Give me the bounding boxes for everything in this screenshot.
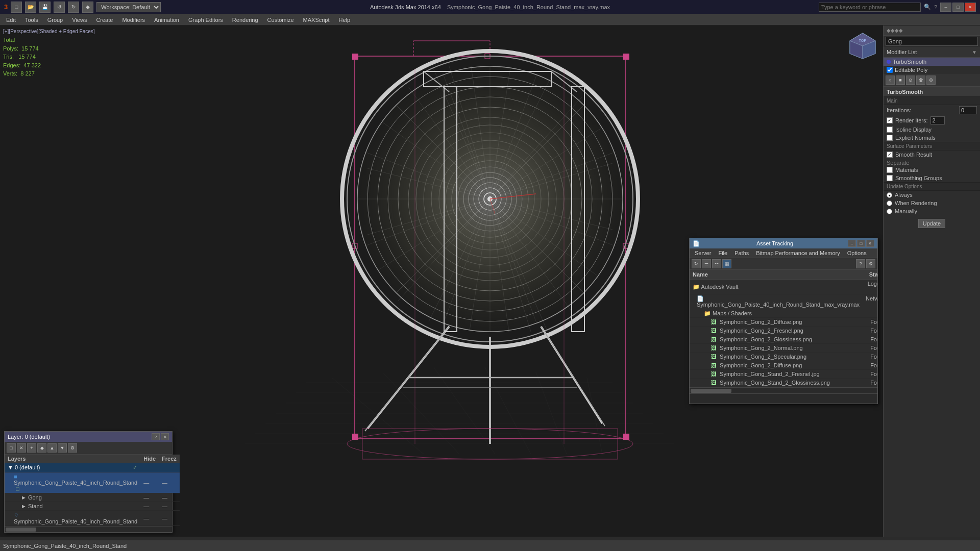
ld-btn-select[interactable]: ◆ bbox=[37, 443, 46, 453]
at-maximize[interactable]: □ bbox=[857, 240, 865, 247]
at-btn-help[interactable]: ? bbox=[856, 259, 865, 268]
menu-tools[interactable]: Tools bbox=[21, 16, 42, 24]
ld-btn-move-up[interactable]: ▲ bbox=[47, 443, 57, 453]
viewport-label: [+][Perspective][Shaded + Edged Faces] bbox=[3, 29, 95, 34]
at-row-stand-glossiness[interactable]: 🖼 Symphonic_Gong_Stand_2_Glossiness.png … bbox=[690, 379, 877, 387]
layer-scrollbar[interactable] bbox=[5, 526, 172, 532]
render-preview-button[interactable]: ◆ bbox=[82, 2, 93, 13]
at-btn-settings[interactable]: ⚙ bbox=[866, 259, 875, 268]
at-row-glossiness[interactable]: 🖼 Symphonic_Gong_2_Glossiness.png Found bbox=[690, 335, 877, 344]
help-icon[interactable]: ? bbox=[934, 4, 937, 10]
smooth-result-check[interactable] bbox=[887, 152, 893, 158]
new-button[interactable]: □ bbox=[11, 2, 22, 13]
render-iters-check[interactable] bbox=[887, 117, 893, 123]
at-btn-list[interactable]: ☰ bbox=[702, 259, 711, 268]
layer-row-symphonic-stand[interactable]: ■ Symphonic_Gong_Paiste_40_inch_Round_St… bbox=[5, 472, 180, 493]
at-btn-details[interactable]: ☷ bbox=[712, 259, 721, 268]
at-menu-paths[interactable]: Paths bbox=[731, 249, 752, 257]
ld-btn-move-down[interactable]: ▼ bbox=[58, 443, 67, 453]
nav-cube[interactable]: TOP bbox=[847, 31, 878, 61]
layers-table: Layers Hide Freez ▼ 0 (default) ✓ ■ Symp… bbox=[5, 455, 180, 526]
at-menu-bitmap-perf[interactable]: Bitmap Performance and Memory bbox=[753, 249, 843, 257]
configure-btn[interactable]: ⚙ bbox=[926, 76, 936, 85]
show-end-result-btn[interactable]: ■ bbox=[896, 76, 905, 85]
smoothing-groups-check[interactable] bbox=[887, 175, 893, 181]
layer-dialog-close[interactable]: ✕ bbox=[161, 433, 169, 440]
manually-radio[interactable] bbox=[887, 209, 892, 214]
modifier-check-editablepoly[interactable] bbox=[887, 67, 893, 73]
right-panel: ◆◆◆◆ Modifier List ▼ TurboSmooth Editabl… bbox=[883, 26, 980, 537]
ld-btn-new[interactable]: □ bbox=[7, 443, 16, 453]
at-row-diffuse[interactable]: 🖼 Symphonic_Gong_2_Diffuse.png Found bbox=[690, 318, 877, 327]
update-button[interactable]: Update bbox=[918, 219, 945, 228]
isoline-check[interactable] bbox=[887, 127, 893, 133]
at-row-specular[interactable]: 🖼 Symphonic_Gong_2_Specular.png Found bbox=[690, 353, 877, 361]
at-table-container[interactable]: Name Status 📁 Autodesk Vault Logged O... bbox=[690, 270, 877, 387]
at-close[interactable]: ✕ bbox=[866, 240, 874, 247]
layers-col-freeze: Freez bbox=[159, 455, 180, 463]
at-horizontal-scrollbar[interactable] bbox=[690, 387, 877, 393]
at-btn-icons[interactable]: ▦ bbox=[722, 259, 731, 268]
at-row-diffuse2[interactable]: 🖼 Symphonic_Gong_2_Diffuse.png Found bbox=[690, 361, 877, 370]
modifier-list-dropdown[interactable]: ▼ bbox=[972, 49, 977, 55]
minimize-button[interactable]: – bbox=[940, 3, 951, 12]
at-col-name[interactable]: Name bbox=[690, 270, 863, 280]
at-col-status[interactable]: Status bbox=[863, 270, 877, 280]
materials-check[interactable] bbox=[887, 167, 893, 173]
explicit-normals-check[interactable] bbox=[887, 135, 893, 141]
layer-row-default[interactable]: ▼ 0 (default) ✓ bbox=[5, 463, 180, 472]
render-iters-input[interactable] bbox=[930, 116, 945, 124]
ld-btn-delete[interactable]: ✕ bbox=[17, 443, 26, 453]
make-unique-btn[interactable]: ⊙ bbox=[906, 76, 915, 85]
open-button[interactable]: 📂 bbox=[25, 2, 36, 13]
at-menu-options[interactable]: Options bbox=[844, 249, 870, 257]
at-row-fresnel[interactable]: 🖼 Symphonic_Gong_2_Fresnel.png Found bbox=[690, 327, 877, 335]
layer-freeze-stand: — bbox=[159, 502, 180, 511]
remove-modifier-btn[interactable]: 🗑 bbox=[916, 76, 925, 85]
menu-graph-editors[interactable]: Graph Editors bbox=[184, 16, 227, 24]
menu-maxscript[interactable]: MAXScript bbox=[299, 16, 334, 24]
at-row-stand-fresnel[interactable]: 🖼 Symphonic_Gong_Stand_2_FresneI.jpg Fou… bbox=[690, 370, 877, 379]
menu-views[interactable]: Views bbox=[68, 16, 91, 24]
at-menu-server[interactable]: Server bbox=[692, 249, 714, 257]
iterations-input[interactable] bbox=[959, 106, 977, 114]
redo-button[interactable]: ↻ bbox=[68, 2, 79, 13]
layer-row-gong[interactable]: ► Gong — — bbox=[5, 493, 180, 502]
at-name-diffuse2: 🖼 Symphonic_Gong_2_Diffuse.png bbox=[690, 361, 863, 370]
ld-btn-add[interactable]: + bbox=[27, 443, 36, 453]
layer-dialog-help[interactable]: ? bbox=[152, 433, 160, 440]
at-row-max-file[interactable]: 📄 Symphonic_Gong_Paiste_40_inch_Round_St… bbox=[690, 294, 877, 309]
modifier-item-turbosmooth[interactable]: TurboSmooth bbox=[884, 58, 980, 66]
at-btn-refresh[interactable]: ↻ bbox=[692, 259, 701, 268]
at-minimize[interactable]: – bbox=[848, 240, 856, 247]
when-rendering-radio[interactable] bbox=[887, 201, 892, 206]
viewport[interactable]: [+][Perspective][Shaded + Edged Faces] T… bbox=[0, 26, 883, 537]
at-menu-file[interactable]: File bbox=[715, 249, 730, 257]
modifier-label-editablepoly: Editable Poly bbox=[895, 67, 927, 73]
maximize-button[interactable]: □ bbox=[952, 3, 964, 12]
menu-animation[interactable]: Animation bbox=[150, 16, 183, 24]
always-radio[interactable] bbox=[887, 192, 892, 198]
menu-rendering[interactable]: Rendering bbox=[228, 16, 262, 24]
workspace-select[interactable]: Workspace: Default bbox=[96, 2, 161, 12]
menu-edit[interactable]: Edit bbox=[2, 16, 20, 24]
at-row-autodesk-vault[interactable]: 📁 Autodesk Vault Logged O... bbox=[690, 280, 877, 294]
menu-create[interactable]: Create bbox=[92, 16, 117, 24]
object-name-input[interactable] bbox=[886, 37, 978, 46]
menu-group[interactable]: Group bbox=[43, 16, 67, 24]
close-button[interactable]: ✕ bbox=[965, 3, 976, 12]
layer-row-symphonic-round-stand[interactable]: ♢ Symphonic_Gong_Paiste_40_inch_Round_St… bbox=[5, 511, 180, 526]
ld-btn-settings[interactable]: ⚙ bbox=[68, 443, 77, 453]
modifier-item-editablepoly[interactable]: Editable Poly bbox=[884, 66, 980, 74]
pin-stack-btn[interactable]: ○ bbox=[886, 76, 895, 85]
menu-customize[interactable]: Customize bbox=[263, 16, 298, 24]
undo-button[interactable]: ↺ bbox=[54, 2, 65, 13]
save-button[interactable]: 💾 bbox=[39, 2, 51, 13]
menu-modifiers[interactable]: Modifiers bbox=[118, 16, 149, 24]
search-input[interactable] bbox=[819, 3, 921, 12]
menu-help[interactable]: Help bbox=[335, 16, 355, 24]
search-icon[interactable]: 🔍 bbox=[924, 4, 931, 10]
at-row-normal[interactable]: 🖼 Symphonic_Gong_2_Normal.png Found bbox=[690, 344, 877, 353]
layer-row-stand[interactable]: ► Stand — — bbox=[5, 502, 180, 511]
at-row-maps-shaders[interactable]: 📁 Maps / Shaders bbox=[690, 309, 877, 318]
